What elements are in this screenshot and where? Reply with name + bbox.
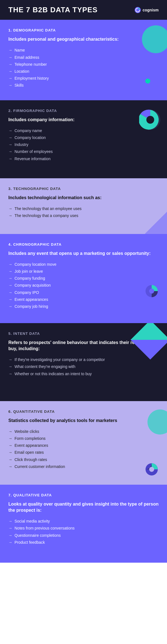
- section-4-number: 4. CHRONOGRAPHIC DATA: [8, 242, 159, 247]
- section-demographic: 1. DEMOGRAPHIC DATA Includes personal an…: [0, 20, 167, 100]
- list-item: →Name: [8, 47, 159, 54]
- section-3-number: 3. TECHNOGRAPHIC DATA: [8, 187, 159, 191]
- section-4-subtitle: Includes any event that opens up a marke…: [8, 250, 159, 257]
- arrow-icon: →: [8, 356, 12, 363]
- arrow-icon: →: [8, 289, 12, 296]
- list-item: →Event appearances: [8, 442, 159, 449]
- arrow-icon: →: [8, 54, 12, 61]
- list-item: →Company job hiring: [8, 303, 159, 310]
- list-item: →Telephone number: [8, 61, 159, 68]
- arrow-icon: →: [8, 442, 12, 449]
- deco-triangle: [145, 212, 167, 234]
- deco-pie-small: [145, 284, 159, 298]
- arrow-icon: →: [8, 428, 12, 435]
- cognism-icon: [135, 8, 140, 12]
- list-item: →The technology that a company uses: [8, 212, 159, 219]
- list-item: →Current customer information: [8, 463, 159, 470]
- list-item: →Website clicks: [8, 428, 159, 435]
- list-item: →Product feedback: [8, 539, 159, 546]
- section-2-list: →Company name →Company location →Industr…: [8, 127, 159, 162]
- arrow-icon: →: [8, 261, 12, 268]
- section-6-list: →Website clicks →Form completions →Event…: [8, 428, 159, 470]
- arrow-icon: →: [8, 518, 12, 525]
- section-chronographic: 4. CHRONOGRAPHIC DATA Includes any event…: [0, 234, 167, 323]
- arrow-icon: →: [8, 363, 12, 370]
- logo: cognism: [135, 7, 159, 13]
- arrow-icon: →: [8, 127, 12, 134]
- list-item: →Location: [8, 68, 159, 75]
- header: THE 7 B2B DATA TYPES cognism: [0, 0, 167, 20]
- section-4-list: →Company location move →Job join or leav…: [8, 261, 159, 310]
- logo-text: cognism: [142, 8, 159, 12]
- arrow-icon: →: [8, 456, 12, 463]
- list-item: →Company IPO: [8, 289, 159, 296]
- arrow-icon: →: [8, 268, 12, 275]
- arrow-icon: →: [8, 68, 12, 75]
- page-title: THE 7 B2B DATA TYPES: [8, 6, 98, 14]
- list-item: →Number of employees: [8, 148, 159, 155]
- section-firmographic: 2. FIRMOGRAPHIC DATA Includes company in…: [0, 100, 167, 178]
- arrow-icon: →: [8, 539, 12, 546]
- list-item: →Company funding: [8, 275, 159, 282]
- section-7-subtitle: Looks at quality over quantity and gives…: [8, 501, 159, 514]
- list-item: →The technology that an employee uses: [8, 205, 159, 212]
- list-item: →Employment history: [8, 75, 159, 82]
- arrow-icon: →: [8, 370, 12, 377]
- arrow-icon: →: [8, 449, 12, 456]
- pie-small-svg: [145, 284, 159, 298]
- section-2-subtitle: Includes company information:: [8, 117, 159, 123]
- arrow-icon: →: [8, 303, 12, 310]
- list-item: →Skills: [8, 82, 159, 89]
- list-item: →If they're investigating your company o…: [8, 356, 159, 363]
- arrow-icon: →: [8, 532, 12, 539]
- section-7-list: →Social media activity →Notes from previ…: [8, 518, 159, 546]
- arrow-icon: →: [8, 282, 12, 289]
- arrow-icon: →: [8, 155, 12, 162]
- list-item: →Notes from previous conversations: [8, 525, 159, 532]
- section-1-subtitle: Includes personal and geographical chara…: [8, 36, 159, 42]
- pie-svg: [139, 109, 161, 131]
- deco-pie-chart: [139, 109, 161, 131]
- list-item: →Form completions: [8, 435, 159, 442]
- list-item: →Company name: [8, 127, 159, 134]
- list-item: →Social media activity: [8, 518, 159, 525]
- section-1-list: →Name →Email address →Telephone number →…: [8, 47, 159, 89]
- arrow-icon: →: [8, 141, 12, 148]
- list-item: →Company location: [8, 134, 159, 141]
- deco-circle-small: [145, 79, 150, 84]
- arrow-icon: →: [8, 134, 12, 141]
- list-item: →Industry: [8, 141, 159, 148]
- section-1-number: 1. DEMOGRAPHIC DATA: [8, 28, 159, 32]
- svg-point-4: [149, 289, 154, 294]
- section-intent: 5. INTENT DATA Refers to prospects' onli…: [0, 323, 167, 401]
- arrow-icon: →: [8, 212, 12, 219]
- section-5-list: →If they're investigating your company o…: [8, 356, 159, 377]
- arrow-icon: →: [8, 205, 12, 212]
- arrow-icon: →: [8, 61, 12, 68]
- pie-bottom-svg: [145, 462, 159, 476]
- section-6-subtitle: Statistics collected by analytics tools …: [8, 418, 159, 424]
- arrow-icon: →: [8, 463, 12, 470]
- section-6-number: 6. QUANTITATIVE DATA: [8, 409, 159, 414]
- list-item: →Event appearances: [8, 296, 159, 303]
- list-item: →Company location move: [8, 261, 159, 268]
- arrow-icon: →: [8, 525, 12, 532]
- list-item: →Email address: [8, 54, 159, 61]
- section-technographic: 3. TECHNOGRAPHIC DATA Includes technolog…: [0, 178, 167, 234]
- list-item: →Questionnaire completions: [8, 532, 159, 539]
- arrow-icon: →: [8, 148, 12, 155]
- deco-diamond: [130, 323, 167, 360]
- section-quantitative: 6. QUANTITATIVE DATA Statistics collecte…: [0, 401, 167, 485]
- list-item: →Revenue information: [8, 155, 159, 162]
- list-item: →Email open rates: [8, 449, 159, 456]
- arrow-icon: →: [8, 75, 12, 82]
- section-qualitative: 7. QUALITATIVE DATA Looks at quality ove…: [0, 485, 167, 563]
- svg-point-2: [146, 116, 154, 124]
- arrow-icon: →: [8, 275, 12, 282]
- section-3-subtitle: Includes technological information such …: [8, 195, 159, 201]
- list-item: →What content they're engaging with: [8, 363, 159, 370]
- section-7-number: 7. QUALITATIVE DATA: [8, 493, 159, 497]
- arrow-icon: →: [8, 435, 12, 442]
- list-item: →Job join or leave: [8, 268, 159, 275]
- list-item: →Click through rates: [8, 456, 159, 463]
